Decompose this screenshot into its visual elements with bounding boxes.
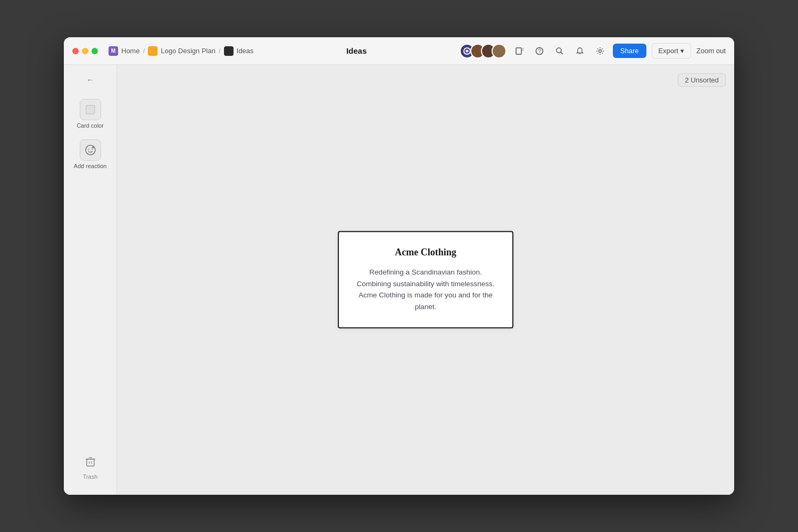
add-reaction-icon: [80, 139, 101, 161]
svg-text:?: ?: [538, 48, 541, 54]
breadcrumb-ideas[interactable]: Ideas: [224, 46, 254, 56]
add-reaction-tool[interactable]: Add reaction: [69, 135, 112, 173]
traffic-lights: [72, 48, 98, 54]
back-button[interactable]: ←: [80, 71, 101, 88]
svg-point-14: [92, 149, 93, 150]
svg-point-10: [598, 49, 601, 52]
export-chevron-icon: ▾: [680, 47, 684, 55]
main-area: ← Card color: [64, 65, 734, 495]
svg-rect-17: [87, 459, 94, 466]
svg-rect-11: [86, 105, 95, 114]
home-icon: M: [109, 46, 118, 56]
help-icon[interactable]: ?: [532, 44, 547, 59]
app-window: M Home / Logo Design Plan / Ideas Ideas: [64, 37, 734, 495]
share-button[interactable]: Share: [613, 44, 646, 58]
sidebar: ← Card color: [64, 65, 117, 495]
card-color-icon: [80, 99, 101, 120]
card-body: Redefining a Scandinavian fashion. Combi…: [352, 267, 500, 312]
maximize-button[interactable]: [92, 48, 98, 54]
ideas-icon: [224, 46, 234, 56]
idea-card[interactable]: Acme Clothing Redefining a Scandinavian …: [338, 231, 513, 328]
avatar-group: [460, 44, 506, 59]
svg-line-8: [561, 52, 563, 54]
avatar-4: [492, 44, 506, 59]
breadcrumb-home-label: Home: [121, 47, 140, 55]
card-title: Acme Clothing: [352, 247, 500, 258]
bell-icon[interactable]: [572, 44, 587, 59]
breadcrumb-ideas-label: Ideas: [237, 47, 254, 55]
titlebar-center: Ideas: [260, 46, 453, 55]
breadcrumb-logo-design[interactable]: Logo Design Plan: [148, 46, 215, 56]
breadcrumb-logo-label: Logo Design Plan: [161, 47, 215, 55]
settings-icon[interactable]: [593, 44, 608, 59]
svg-rect-2: [516, 48, 521, 54]
back-icon: ←: [87, 76, 94, 84]
trash-label: Trash: [83, 473, 98, 480]
close-button[interactable]: [72, 48, 79, 54]
svg-point-1: [466, 49, 468, 52]
breadcrumb-home[interactable]: M Home: [109, 46, 140, 56]
canvas[interactable]: 2 Unsorted Acme Clothing Redefining a Sc…: [117, 65, 734, 495]
add-reaction-label: Add reaction: [74, 163, 107, 169]
breadcrumb-sep-1: /: [143, 47, 145, 55]
titlebar: M Home / Logo Design Plan / Ideas Ideas: [64, 37, 734, 65]
search-icon[interactable]: [552, 44, 567, 59]
svg-point-13: [88, 149, 89, 150]
logo-design-icon: [148, 46, 157, 56]
card-color-label: Card color: [77, 122, 104, 129]
breadcrumb-sep-2: /: [219, 47, 221, 55]
device-icon[interactable]: 1: [512, 44, 527, 59]
export-label: Export: [659, 47, 679, 55]
minimize-button[interactable]: [82, 48, 88, 54]
breadcrumb: M Home / Logo Design Plan / Ideas: [109, 46, 253, 56]
trash-icon: [84, 455, 97, 471]
titlebar-right: 1 ? Share Export ▾ Zoom out: [460, 43, 726, 59]
svg-point-12: [86, 145, 95, 155]
page-title: Ideas: [346, 46, 367, 55]
export-button[interactable]: Export ▾: [652, 43, 692, 59]
svg-point-7: [556, 48, 561, 53]
trash-tool[interactable]: Trash: [79, 451, 102, 484]
card-color-tool[interactable]: Card color: [69, 95, 112, 133]
zoom-out-button[interactable]: Zoom out: [696, 47, 726, 55]
unsorted-badge: 2 Unsorted: [678, 73, 726, 87]
svg-text:1: 1: [522, 47, 523, 51]
